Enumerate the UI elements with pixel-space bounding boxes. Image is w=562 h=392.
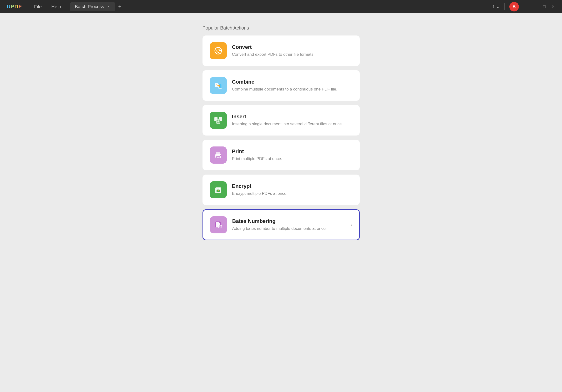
updf-logo[interactable]: UPDF (3, 4, 26, 10)
action-card-combine[interactable]: Combine Combine multiple documents to a … (202, 70, 360, 101)
tab-batch-process[interactable]: Batch Process × (70, 2, 115, 11)
bates-icon: 012 (210, 216, 227, 233)
convert-desc: Convert and export PDFs to other file fo… (232, 52, 352, 58)
action-card-bates[interactable]: 012 Bates Numbering Adding bates number … (202, 209, 360, 240)
close-button[interactable]: ✕ (550, 3, 556, 10)
combine-icon (210, 77, 227, 94)
user-avatar[interactable]: B (509, 2, 519, 12)
convert-icon (210, 42, 227, 59)
encrypt-icon (210, 181, 227, 198)
action-card-convert[interactable]: Convert Convert and export PDFs to other… (202, 35, 360, 66)
print-icon (210, 147, 227, 164)
convert-title: Convert (232, 44, 352, 50)
updf-logo-text: UPDF (7, 4, 22, 10)
tab-label: Batch Process (75, 4, 104, 9)
action-card-insert[interactable]: Insert Inserting a single document into … (202, 105, 360, 136)
encrypt-title: Encrypt (232, 183, 352, 189)
svg-text:012: 012 (219, 226, 222, 228)
window-controls: — □ ✕ (532, 3, 556, 10)
convert-text: Convert Convert and export PDFs to other… (232, 44, 352, 58)
titlebar: UPDF File Help Batch Process × + 1 ⌄ B —… (0, 0, 562, 13)
insert-icon (210, 112, 227, 129)
titlebar-right-divider (504, 3, 504, 10)
new-tab-button[interactable]: + (115, 3, 124, 11)
combine-text: Combine Combine multiple documents to a … (232, 79, 352, 92)
insert-text: Insert Inserting a single document into … (232, 114, 352, 127)
combine-title: Combine (232, 79, 352, 85)
encrypt-desc: Encrypt multiple PDFs at once. (232, 191, 352, 196)
maximize-button[interactable]: □ (541, 3, 548, 10)
insert-desc: Inserting a single document into several… (232, 121, 352, 127)
batch-container: Popular Batch Actions Convert Convert an… (202, 25, 360, 245)
titlebar-divider (28, 3, 28, 10)
main-content: Popular Batch Actions Convert Convert an… (0, 13, 562, 392)
titlebar-right-divider2 (524, 3, 524, 10)
print-text: Print Print multiple PDFs at once. (232, 148, 352, 162)
menu-help[interactable]: Help (47, 3, 65, 11)
svg-rect-16 (218, 190, 219, 191)
print-desc: Print multiple PDFs at once. (232, 156, 352, 162)
svg-rect-10 (216, 156, 220, 159)
combine-desc: Combine multiple documents to a continuo… (232, 86, 352, 92)
action-card-print[interactable]: Print Print multiple PDFs at once. (202, 140, 360, 170)
encrypt-text: Encrypt Encrypt multiple PDFs at once. (232, 183, 352, 196)
titlebar-menu: File Help (30, 3, 65, 11)
tab-close-icon[interactable]: × (106, 4, 111, 9)
minimize-button[interactable]: — (532, 3, 539, 10)
section-title: Popular Batch Actions (202, 25, 360, 31)
svg-rect-9 (216, 152, 220, 155)
menu-file[interactable]: File (30, 3, 46, 11)
tab-bar: Batch Process × + (70, 2, 492, 11)
bates-title: Bates Numbering (232, 218, 345, 224)
bates-chevron-icon: › (351, 222, 352, 228)
titlebar-right: 1 ⌄ B — □ ✕ (492, 2, 559, 12)
bates-desc: Adding bates number to multiple document… (232, 226, 345, 231)
print-title: Print (232, 148, 352, 155)
svg-point-11 (220, 155, 221, 156)
action-card-encrypt[interactable]: Encrypt Encrypt multiple PDFs at once. (202, 174, 360, 205)
bates-text: Bates Numbering Adding bates number to m… (232, 218, 345, 231)
insert-title: Insert (232, 114, 352, 120)
window-count[interactable]: 1 ⌄ (492, 4, 500, 9)
